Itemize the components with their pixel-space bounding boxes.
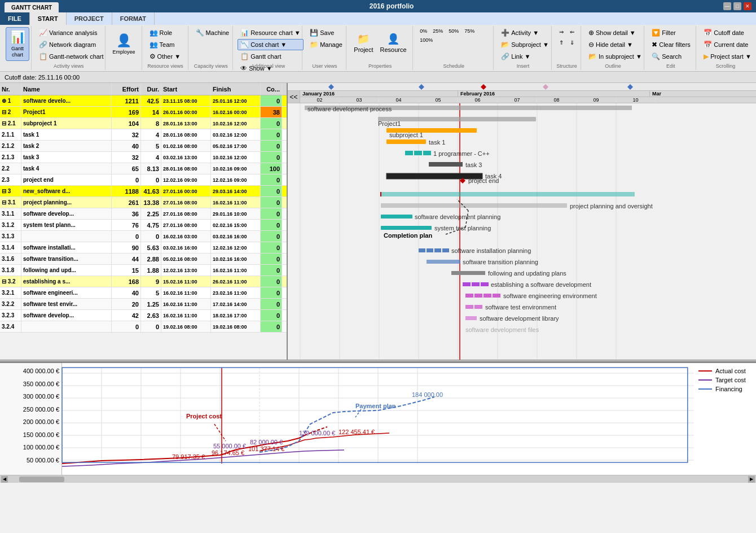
- pct25-btn[interactable]: 25%: [430, 27, 445, 35]
- table-row[interactable]: 2.1.1 task 1 32 4 28.01.16 08:00 03.02.1…: [0, 129, 287, 141]
- table-row[interactable]: 2.1.2 task 2 40 5 01.02.16 08:00 05.02.1…: [0, 141, 287, 152]
- tab-start[interactable]: START: [30, 12, 67, 25]
- role-btn[interactable]: 👥 Role: [147, 27, 183, 38]
- scroll-thumb[interactable]: [19, 477, 64, 482]
- tab-project[interactable]: PROJECT: [67, 12, 112, 25]
- search-label: Search: [662, 53, 682, 60]
- tab-format[interactable]: FORMAT: [112, 12, 155, 25]
- svg-rect-17: [378, 117, 536, 121]
- filter-btn[interactable]: 🔽 Filter: [649, 27, 693, 38]
- table-row[interactable]: 3.2.1 software engineeri... 40 5 16.02.1…: [0, 287, 287, 299]
- tab-file[interactable]: FILE: [0, 12, 30, 25]
- other-btn[interactable]: ⚙ Other ▼: [147, 51, 183, 62]
- gantt-chart-view-btn[interactable]: 📋 Gantt chart: [238, 51, 304, 62]
- current-date-icon: 📅: [704, 41, 712, 49]
- table-row[interactable]: 3.1.1 software develop... 36 2.25 27.01.…: [0, 208, 287, 220]
- down-btn[interactable]: ⇓: [567, 38, 577, 47]
- diamond-markers: [288, 83, 756, 91]
- pct0-btn[interactable]: 0%: [417, 27, 429, 35]
- table-row[interactable]: 3.2.4 0 0 19.02.16 08:00 19.02.16 08:00 …: [0, 321, 287, 333]
- additional-btns: 📊 Resource chart ▼ 📉 Cost chart ▼ 📋 Gant…: [238, 27, 304, 82]
- svg-rect-88: [62, 368, 688, 462]
- table-row[interactable]: 2.2 task 4 65 8.13 28.01.16 08:00 10.02.…: [0, 163, 287, 174]
- ribbon-group-additional: 📊 Resource chart ▼ 📉 Cost chart ▼ 📋 Gant…: [234, 26, 302, 70]
- ribbon-group-user: 💾 Save 📁 Manage User views: [304, 26, 346, 70]
- save-view-btn[interactable]: 💾 Save: [307, 27, 345, 38]
- maximize-btn[interactable]: □: [733, 2, 741, 10]
- resource-btn-label: Resource: [380, 46, 407, 53]
- pct75-btn[interactable]: 75%: [462, 27, 477, 35]
- table-row[interactable]: ⊟ 2.1 subproject 1 104 8 28.01.16 13:00 …: [0, 118, 287, 129]
- svg-text:Project1: Project1: [378, 120, 401, 127]
- pct100-btn[interactable]: 100%: [417, 36, 435, 44]
- legend-actual-label: Actual cost: [715, 368, 746, 374]
- cell-effort: 0: [112, 174, 141, 185]
- cell-dur: 42.5: [141, 95, 161, 106]
- table-row[interactable]: 3.1.8 following and upd... 15 1.88 12.02…: [0, 265, 287, 276]
- table-row[interactable]: 3.1.2 system test plann... 76 4.75 27.01…: [0, 220, 287, 231]
- project-btn[interactable]: 📁 Project: [351, 27, 376, 59]
- cell-cost: 0: [261, 197, 282, 208]
- cell-name: project planning...: [21, 197, 112, 208]
- cell-effort: 44: [112, 254, 141, 264]
- machine-btn[interactable]: 🔧 Machine: [193, 27, 232, 38]
- chart-legend: Actual cost Target cost Financing: [694, 363, 756, 475]
- resource-btn[interactable]: 👤 Resource: [377, 27, 409, 59]
- clear-filters-btn[interactable]: ✖ Clear filters: [649, 39, 693, 50]
- table-row[interactable]: 3.1.6 software transition... 44 2.88 05.…: [0, 254, 287, 265]
- cell-dur: 41.63: [141, 186, 161, 196]
- employee-btn[interactable]: 👤 Employee: [110, 27, 138, 61]
- indent-btn[interactable]: ⇒: [556, 27, 566, 37]
- scroll-right-btn[interactable]: ▶: [748, 476, 755, 483]
- cell-name: software transition...: [21, 254, 112, 264]
- scrollbar-horizontal[interactable]: ◀ ▶: [0, 475, 756, 483]
- outdent-btn[interactable]: ⇐: [567, 27, 577, 37]
- activity-btn[interactable]: ➕ Activity ▼: [498, 27, 552, 38]
- resource-chart-btn[interactable]: 📊 Resource chart ▼: [238, 27, 304, 38]
- show-detail-btn[interactable]: ⊕ Show detail ▼: [586, 27, 645, 38]
- in-subproject-btn[interactable]: 📂 In subproject ▼: [586, 51, 645, 62]
- table-row[interactable]: 2.1.3 task 3 32 4 03.02.16 13:00 10.02.1…: [0, 152, 287, 163]
- table-row[interactable]: ⊕ 1 software develo... 1211 42.5 23.11.1…: [0, 95, 287, 107]
- table-row[interactable]: ⊟ 3 new_software d... 1188 41.63 27.01.1…: [0, 186, 287, 197]
- team-btn[interactable]: 👥 Team: [147, 39, 183, 50]
- table-row[interactable]: 2.3 project end 0 0 12.02.16 09:00 12.02…: [0, 174, 287, 186]
- table-row[interactable]: 3.1.4 software installati... 90 5.63 03.…: [0, 242, 287, 254]
- hide-detail-btn[interactable]: ⊖ Hide detail ▼: [586, 39, 645, 50]
- table-row[interactable]: 3.2.3 software develop... 42 2.63 16.02.…: [0, 310, 287, 321]
- cell-start: 23.11.15 08:00: [161, 95, 211, 106]
- collapse-toggle[interactable]: <<: [288, 91, 300, 103]
- pct50-btn[interactable]: 50%: [446, 27, 461, 35]
- table-row[interactable]: 3.1.3 0 0 16.02.16 03:00 03.02.16 16:00 …: [0, 231, 287, 242]
- cutoff-date-btn[interactable]: 📅 Cutoff date: [701, 27, 754, 38]
- table-row[interactable]: ⊟ 2 Project1 169 14 26.01.16 00:00 16.02…: [0, 107, 287, 118]
- cell-start: 28.01.16 08:00: [161, 129, 211, 140]
- cell-start: 19.02.16 08:00: [161, 321, 211, 332]
- minimize-btn[interactable]: —: [723, 2, 731, 10]
- manage-btn[interactable]: 📁 Manage: [307, 39, 345, 50]
- cell-nr: 3.2.3: [0, 310, 21, 321]
- current-date-btn[interactable]: 📅 Current date: [701, 39, 754, 50]
- gantt-view-icon: 📋: [240, 53, 249, 60]
- subproject-btn[interactable]: 📂 Subproject ▼: [498, 39, 552, 50]
- table-row[interactable]: ⊟ 3.2 establishing a s... 168 9 15.02.16…: [0, 276, 287, 287]
- cell-dur: 0: [141, 174, 161, 185]
- gantt-network-btn[interactable]: 📋 Gantt-network chart: [36, 51, 107, 62]
- network-diagram-btn[interactable]: 🔗 Network diagram: [36, 39, 107, 50]
- scroll-left-btn[interactable]: ◀: [1, 476, 8, 483]
- variance-analysis-btn[interactable]: 📈 Variance analysis: [36, 27, 107, 38]
- title-tab-gantt[interactable]: GANTT CHART: [5, 2, 59, 12]
- svg-rect-61: [474, 305, 482, 309]
- link-btn[interactable]: 🔗 Link ▼: [498, 51, 552, 62]
- svg-text:software development library: software development library: [480, 315, 559, 322]
- close-btn[interactable]: ✕: [744, 2, 751, 10]
- table-row[interactable]: ⊟ 3.1 project planning... 261 13.38 27.0…: [0, 197, 287, 208]
- table-row[interactable]: 3.2.2 software test envir... 20 1.25 16.…: [0, 299, 287, 310]
- svg-text:software engineering environme: software engineering environment: [503, 292, 597, 299]
- cost-chart-btn[interactable]: 📉 Cost chart ▼: [238, 39, 304, 50]
- gantt-chart-btn[interactable]: 📊 Ganttchart: [6, 27, 29, 61]
- up-btn[interactable]: ⇑: [556, 38, 566, 47]
- resource-icon: 👤: [387, 33, 399, 45]
- search-btn[interactable]: 🔍 Search: [649, 51, 693, 62]
- project-start-btn[interactable]: ▶ Project start ▼: [701, 51, 754, 62]
